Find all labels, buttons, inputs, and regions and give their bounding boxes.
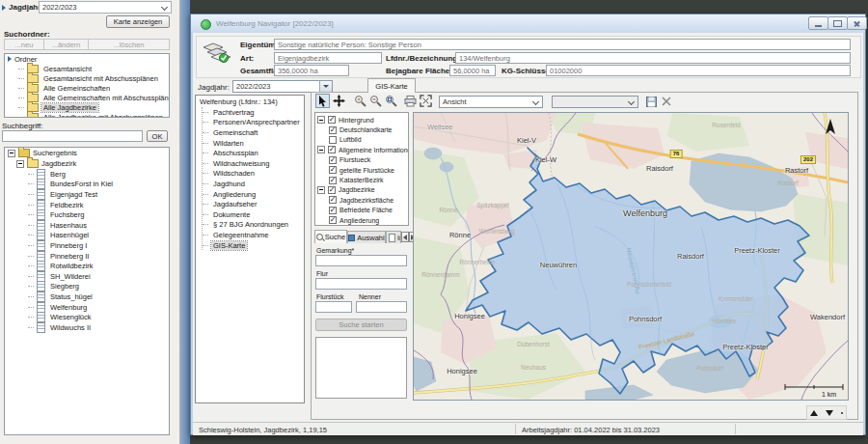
gesamtflaeche-input[interactable] [274,65,349,76]
jagdbezirk-group-item[interactable]: Jagdbezirk [5,158,169,169]
layer-row[interactable]: KatasterBezirk [315,175,408,184]
layer-checkbox[interactable] [329,216,337,224]
layer-row[interactable]: Jagdbezirke [315,185,408,195]
nav-item[interactable]: Wildnachweisung [203,158,304,169]
collapse-icon[interactable] [16,160,24,168]
layer-checkbox[interactable] [329,196,337,204]
tab-info[interactable]: Inf [386,231,401,243]
layer-row[interactable]: Allgemeine Informationen [315,145,408,154]
nav-item[interactable]: Dokumente [203,209,304,220]
flurstueck-input[interactable] [315,301,352,313]
pan-tool-button[interactable] [332,94,346,108]
collapse-icon[interactable] [317,116,325,124]
jagdbezirk-item[interactable]: Hasenhügel [5,231,169,241]
jagdbezirk-item[interactable]: Rotwildbezirk [5,261,169,271]
layer-row[interactable]: Angliederung [315,215,408,225]
aendern-button[interactable]: ...ändern [44,39,89,50]
jagdbezirk-item[interactable]: Welfenburg [5,302,169,313]
map-viewport[interactable]: 1 km Wellsee Kiel-V Kiel-W Rosenfeld Rai… [413,112,849,401]
jagdbezirk-item[interactable]: Siegberg [5,282,169,292]
nav-item[interactable]: Gemeinschaft [203,127,304,138]
jagdbezirk-item[interactable]: Wildwuchs II [5,322,169,333]
collapse-icon[interactable] [317,146,325,153]
lfdnr-input[interactable] [455,52,851,64]
nav-item[interactable]: Jagdhund [203,179,304,189]
layer-checkbox[interactable] [329,166,337,174]
layer-checkbox[interactable] [329,136,337,144]
nav-item[interactable]: GIS-Karte [203,240,304,251]
suchbegriff-input[interactable] [2,130,143,142]
jagdbezirk-item[interactable]: Berg [5,169,169,180]
close-button[interactable] [847,16,867,30]
layer-checkbox[interactable] [329,177,337,184]
nav-item[interactable]: Jagdaufseher [203,199,304,209]
kg-schluessel-input[interactable] [546,65,851,76]
layer-row[interactable]: Befriedete Fläche [315,206,408,215]
tab-auswahl[interactable]: Auswahl [347,231,386,243]
layer-row[interactable]: Hintergrund [315,115,408,125]
layer-checkbox[interactable] [329,156,337,164]
jagdbezirk-item[interactable]: BundesForst in Kiel [5,180,169,190]
layer-row[interactable]: Deutschlandkarte [315,125,408,134]
nav-item[interactable]: Gelegeentnahme [203,230,304,240]
ordner-folder-item[interactable]: Alle Jagdbezirke mit Abschussplänen [5,112,169,118]
layer-row[interactable]: geteilte Flurstücke [315,165,408,175]
zoom-in-tool-button[interactable] [353,94,367,108]
pan-down-button[interactable] [826,410,833,416]
collapse-icon[interactable] [317,186,325,194]
layer-checkbox[interactable] [328,186,336,194]
tab-suche[interactable]: Suche [314,230,347,243]
karte-anzeigen-button[interactable]: Karte anzeigen [106,15,170,28]
jagdbezirk-item[interactable]: Wiesenglück [5,312,169,322]
jagdbezirk-item[interactable]: Pinneberg I [5,240,169,251]
neu-button[interactable]: ...neu [4,39,44,50]
loeschen-button[interactable]: ...löschen [89,39,170,50]
nav-item[interactable]: Pachtvertrag [203,107,304,118]
jagdbezirk-item[interactable]: Status_hügel [5,291,169,302]
gemarkung-input[interactable] [315,255,407,266]
sidebar-jagdjahr-select[interactable]: 2022/2023 [39,1,172,14]
pan-up-button[interactable] [810,410,818,416]
nav-item[interactable]: Abschussplan [203,148,304,158]
layer-row[interactable]: Jagdbezirksfläche [315,195,408,205]
dropdown-button[interactable] [319,81,332,92]
layer-row[interactable]: Luftbild [315,135,408,145]
layer-checkbox[interactable] [328,116,336,124]
jagdbezirk-item[interactable]: Hasenhaus [5,220,169,231]
layer-checkbox[interactable] [328,146,336,153]
layer-row[interactable]: Flurstueck [315,155,408,165]
bejagbare-input[interactable] [449,65,496,76]
nav-item[interactable]: Wildschaden [203,169,304,180]
collapse-icon[interactable] [8,150,15,157]
ok-button[interactable]: OK [147,130,168,142]
eigentuemer-input[interactable] [274,39,851,50]
jagdbezirk-item[interactable]: Feldbezirk [5,200,169,210]
nav-item[interactable]: § 27 BJG Anordnungen [203,220,304,231]
full-extent-button[interactable] [419,94,433,108]
layer-checkbox[interactable] [329,126,337,134]
maximize-button[interactable] [827,16,848,30]
minimize-button[interactable] [808,16,828,30]
zoom-out-tool-button[interactable] [368,94,383,108]
ansicht-select[interactable]: Ansicht [439,96,543,108]
print-button[interactable] [403,94,418,108]
search-results-listbox[interactable] [315,337,407,399]
save-view-button[interactable] [644,95,658,108]
saved-view-select[interactable] [552,96,638,108]
jagdbezirk-item[interactable]: Fuchsberg [5,209,169,220]
jagdbezirk-item[interactable]: SH_Wilderei [5,271,169,282]
nav-root-item[interactable]: Welfenburg (Lfdnr.: 134) [196,96,304,107]
nenner-input[interactable] [356,301,407,313]
nav-item[interactable]: Personen/Ansprechpartner [203,118,304,128]
select-tool-button[interactable] [315,94,330,108]
tab-scroll-left-button[interactable] [401,232,409,242]
jagdbezirk-item[interactable]: Pinneberg II [5,251,169,262]
nav-item[interactable]: Wildarten [203,138,304,149]
delete-view-button[interactable] [660,95,673,108]
layer-checkbox[interactable] [329,207,337,214]
window-titlebar[interactable]: Welfenburg Navigator [2022/2023] [191,14,865,33]
jagdbezirk-item[interactable]: Eigenjagd Test [5,189,169,200]
tab-gis-karte[interactable]: GIS-Karte [367,78,416,93]
flur-input[interactable] [315,278,407,290]
suche-starten-button[interactable]: Suche starten [315,319,407,331]
